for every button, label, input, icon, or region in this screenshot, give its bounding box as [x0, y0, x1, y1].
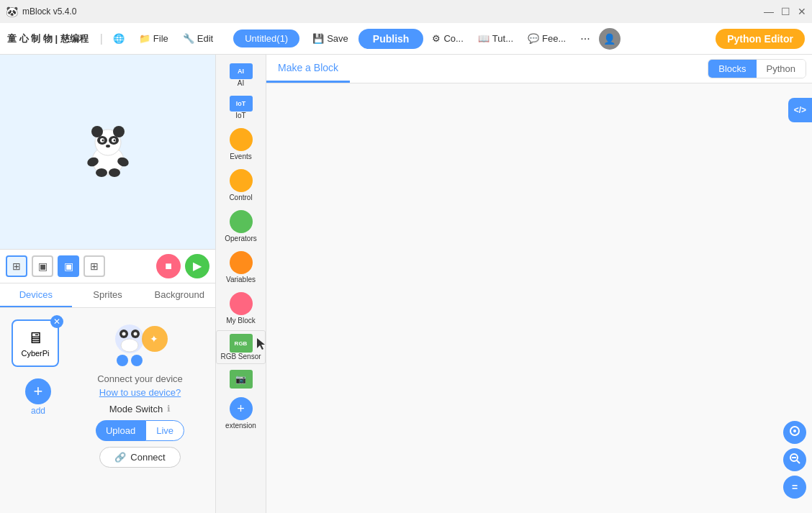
block-editor-header: Make a Block Blocks Python	[266, 55, 812, 83]
block-editor: Make a Block Blocks Python </>	[266, 55, 812, 513]
save-label: Save	[327, 33, 348, 44]
publish-label: Publish	[373, 33, 410, 45]
publish-btn[interactable]: Publish	[358, 29, 424, 49]
python-editor-label: Python Editor	[727, 33, 793, 45]
how-to-link[interactable]: How to use device?	[99, 387, 181, 398]
code-snippet-btn[interactable]: </>	[788, 98, 812, 122]
cyberpi-device-card[interactable]: ✕ 🖥 CyberPi	[12, 319, 59, 367]
tab-background[interactable]: Background	[143, 283, 215, 307]
save-btn[interactable]: 💾 Save	[305, 30, 356, 47]
maximize-btn[interactable]: ☐	[781, 6, 790, 17]
control-icon	[230, 169, 253, 192]
more-icon: ···	[580, 32, 590, 45]
svg-point-18	[122, 332, 125, 336]
titlebar: 🐼 mBlock v5.4.0 — ☐ ✕	[0, 0, 812, 23]
extension-icon[interactable]: +	[230, 397, 253, 420]
python-editor-btn[interactable]: Python Editor	[716, 29, 805, 49]
svg-line-28	[797, 460, 800, 463]
globe-btn[interactable]: 🌐	[107, 30, 130, 47]
halfscreen-btn[interactable]: ▣	[32, 255, 53, 277]
entity-tabs: Devices Sprites Background	[0, 283, 215, 308]
svg-point-21	[117, 355, 128, 366]
connect-btn[interactable]: 🔗 Connect	[99, 447, 180, 468]
file-icon: 📁	[139, 33, 150, 44]
control-label: Control	[229, 194, 252, 201]
more-btn[interactable]: ···	[574, 29, 595, 48]
device-remove-btn[interactable]: ✕	[50, 315, 63, 328]
stage-panel: ⊞ ▣ ▣ ⊞ ■ ▶ Devices Sprites Background	[0, 55, 216, 513]
globe-icon: 🌐	[113, 33, 125, 44]
svg-point-9	[113, 140, 115, 142]
tab-sprites[interactable]: Sprites	[72, 283, 144, 307]
co-btn[interactable]: ⚙ Co...	[426, 30, 469, 47]
file-btn[interactable]: 📁 File	[133, 30, 174, 47]
app-title: mBlock v5.4.0	[22, 6, 76, 17]
svg-text:✦: ✦	[150, 333, 158, 345]
zoom-reset-btn[interactable]: =	[783, 476, 806, 499]
zoom-out-btn[interactable]	[783, 448, 806, 471]
zoom-in-icon	[789, 425, 800, 440]
cursor-indicator	[254, 337, 266, 351]
block-cat-operators[interactable]: Operators	[216, 207, 266, 245]
info-icon[interactable]: ℹ	[167, 404, 171, 414]
zoom-controls: =	[783, 421, 806, 499]
stage-canvas	[0, 55, 215, 250]
iot-icon: IoT	[230, 96, 253, 112]
panda-sprite	[83, 127, 133, 177]
camera-icon: 📷	[230, 370, 253, 389]
live-btn[interactable]: Live	[145, 420, 184, 441]
block-cat-myblock[interactable]: My Block	[216, 289, 266, 327]
block-cat-camera[interactable]: 📷	[216, 367, 266, 391]
block-cat-extension[interactable]: + extension	[216, 394, 266, 432]
connect-chain-icon: 🔗	[114, 452, 126, 463]
minimize-btn[interactable]: —	[764, 6, 774, 17]
fullscreen-btn[interactable]: ⊞	[6, 255, 27, 277]
run-icon: ▶	[193, 259, 202, 273]
code-snippet-panel: </>	[788, 98, 812, 122]
edit-label: Edit	[197, 33, 213, 44]
variables-label: Variables	[226, 276, 256, 283]
stage-controls: ⊞ ▣ ▣ ⊞ ■ ▶	[0, 250, 215, 283]
upload-live-row: Upload Live	[96, 420, 184, 441]
project-name-btn[interactable]: Untitled(1)	[233, 29, 299, 47]
blocks-toggle-btn[interactable]: Blocks	[708, 60, 756, 78]
connection-area: ✦ Connect your device How to use device?…	[71, 314, 209, 508]
tut-btn[interactable]: 📖 Tut...	[472, 30, 519, 47]
menubar: 童 心 制 物 | 慈编程 | 🌐 📁 File 🔧 Edit Untitled…	[0, 23, 812, 55]
workspace-area[interactable]: </>	[266, 83, 812, 513]
run-btn[interactable]: ▶	[185, 254, 209, 278]
edit-btn[interactable]: 🔧 Edit	[177, 30, 219, 47]
cyberpi-icon: 🖥	[27, 329, 43, 348]
co-icon: ⚙	[432, 33, 441, 44]
close-btn[interactable]: ✕	[798, 6, 806, 17]
block-cat-rgb-sensor[interactable]: RGB RGB Sensor	[216, 330, 266, 364]
block-cat-control[interactable]: Control	[216, 166, 266, 204]
block-cat-ai[interactable]: AI AI	[216, 60, 266, 90]
blocks-python-toggle: Blocks Python	[708, 59, 806, 78]
make-block-tab[interactable]: Make a Block	[266, 55, 350, 83]
fee-btn[interactable]: 💬 Fee...	[522, 30, 572, 47]
upload-btn[interactable]: Upload	[96, 420, 145, 441]
edit-icon: 🔧	[183, 33, 194, 44]
rgb-sensor-icon: RGB	[230, 334, 253, 353]
block-cat-iot[interactable]: IoT IoT	[216, 93, 266, 122]
grid-btn[interactable]: ⊞	[84, 255, 105, 277]
python-toggle-btn[interactable]: Python	[757, 60, 806, 78]
extension-label: extension	[225, 422, 256, 430]
svg-point-22	[131, 355, 143, 366]
block-cat-variables[interactable]: Variables	[216, 248, 266, 286]
thirdscreen-btn[interactable]: ▣	[58, 255, 79, 277]
main-layout: ⊞ ▣ ▣ ⊞ ■ ▶ Devices Sprites Background	[0, 55, 812, 513]
tab-devices[interactable]: Devices	[0, 283, 72, 307]
file-label: File	[153, 33, 168, 44]
svg-point-20	[121, 339, 138, 352]
svg-point-10	[106, 145, 110, 147]
add-device-btn[interactable]: +	[25, 378, 51, 404]
stop-btn[interactable]: ■	[156, 254, 181, 278]
svg-point-13	[96, 168, 107, 177]
avatar[interactable]: 👤	[599, 28, 621, 50]
tut-icon: 📖	[478, 33, 490, 44]
zoom-in-btn[interactable]	[783, 421, 806, 444]
block-cat-events[interactable]: Events	[216, 125, 266, 163]
connect-text: Connect your device	[97, 373, 183, 384]
